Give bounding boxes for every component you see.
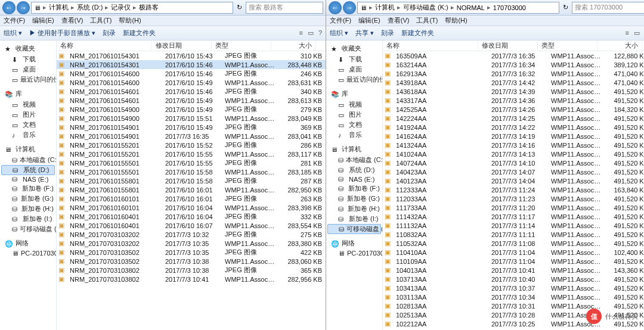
file-row[interactable]: ▣104013AA2017/7/3 10:41WMP11.AssocFil...… — [383, 266, 644, 275]
address-bar[interactable]: 🖥▸计算机▸可移动磁盘 (K:)▸NORMAL▸170703000 — [357, 2, 559, 14]
file-row[interactable]: ▣NRM_201706101604012017/6/10 16:04JPEG 图… — [57, 212, 326, 221]
tree-node[interactable]: ▭最近访问的位置 — [327, 74, 381, 85]
tree-node[interactable]: ⛁可移动磁盘 (K:) — [1, 224, 55, 234]
column-header[interactable]: 类型 — [212, 41, 271, 50]
tree-node[interactable]: ▭图片 — [327, 110, 381, 120]
column-header[interactable]: 修改日期 — [152, 41, 212, 50]
tree-node[interactable]: ♪音乐 — [327, 130, 381, 140]
file-row[interactable]: ▣103413AA2017/7/3 10:37WMP11.AssocFil...… — [383, 284, 644, 292]
toolbar-button[interactable]: 新建文件夹 — [401, 29, 434, 38]
file-row[interactable]: ▣140724AA2017/7/3 14:10WMP11.AssocFil...… — [383, 158, 644, 167]
file-row[interactable]: ▣NRM_201706101549012017/6/10 15:49JPEG 图… — [57, 123, 326, 132]
tree-node[interactable]: ⛁系统 (D:) — [1, 165, 55, 175]
tree-node[interactable]: 🖥计算机 — [1, 144, 55, 155]
file-row[interactable]: ▣NRM_201706101604012017/6/10 16:07WMP11.… — [57, 221, 326, 230]
tree-node[interactable]: ♪音乐 — [1, 130, 55, 140]
file-row[interactable]: ▣163214AA2017/7/3 16:34WMP11.AssocFil...… — [383, 60, 644, 69]
tree-node[interactable]: ⬇下载 — [1, 54, 55, 64]
file-row[interactable]: ▣111432AA2017/7/3 11:17WMP11.AssocFil...… — [383, 212, 644, 221]
file-row[interactable]: ▣NRM_201707031032022017/7/3 10:35WMP11.A… — [57, 239, 326, 248]
tree-node[interactable]: 🖥计算机 — [327, 144, 381, 155]
tree-node[interactable]: 🌐网络 — [1, 238, 55, 249]
search-input[interactable]: 搜索 170703000 — [572, 2, 644, 14]
breadcrumb-segment[interactable]: 记录仪 — [111, 3, 131, 12]
toolbar-button[interactable]: 组织 ▾ — [330, 29, 348, 38]
file-row[interactable]: ▣143918AA2017/7/3 14:42WMP11.AssocFil...… — [383, 78, 644, 87]
file-row[interactable]: ▣NRM_201706101601012017/6/10 16:01JPEG 图… — [57, 194, 326, 203]
file-row[interactable]: ▣143317AA2017/7/3 14:36WMP11.AssocFil...… — [383, 96, 644, 105]
column-headers[interactable]: 名称修改日期类型大小 — [383, 41, 644, 51]
file-row[interactable]: ▣NRM_201706101549002017/6/10 15:49JPEG 图… — [57, 105, 326, 114]
tree-node[interactable]: ▭最近访问的位置 — [1, 74, 55, 85]
menu-item[interactable]: 查看(V) — [388, 16, 410, 25]
toolbar-button[interactable]: 新建文件夹 — [123, 29, 156, 38]
menu-item[interactable]: 帮助(H) — [119, 16, 141, 25]
toolbar-button[interactable]: 刻录 — [381, 29, 394, 38]
file-row[interactable]: ▣NRM_201706101601012017/6/10 16:04WMP11.… — [57, 203, 326, 212]
file-row[interactable]: ▣NRM_201706101552012017/6/10 15:52JPEG 图… — [57, 141, 326, 150]
file-row[interactable]: ▣162913AA2017/7/3 16:32WMP11.AssocFil...… — [383, 69, 644, 78]
address-bar[interactable]: 🖥▸计算机▸系统 (D:)▸记录仪▸极路客 — [31, 2, 233, 14]
file-row[interactable]: ▣143618AA2017/7/3 14:39WMP11.AssocFil...… — [383, 87, 644, 96]
tree-node[interactable]: ⛁新加卷 (G:) — [1, 194, 55, 204]
file-row[interactable]: ▣140123AA2017/7/3 14:04WMP11.AssocFil...… — [383, 176, 644, 185]
column-headers[interactable]: 名称修改日期类型大小 — [57, 41, 326, 51]
nav-tree[interactable]: ★收藏夹⬇下载▭桌面▭最近访问的位置📚库▭视频▭图片▭文档♪音乐🖥计算机⛁本地磁… — [0, 41, 57, 330]
tree-node[interactable]: ⛁新加卷 (F:) — [1, 183, 55, 194]
file-row[interactable]: ▣141324AA2017/7/3 14:16WMP11.AssocFil...… — [383, 141, 644, 150]
menu-item[interactable]: 文件(F) — [330, 16, 351, 25]
file-row[interactable]: ▣NRM_201706101546002017/6/10 15:49WMP11.… — [57, 78, 326, 87]
file-row[interactable]: ▣NRM_201707031035022017/7/3 10:38WMP11.A… — [57, 257, 326, 266]
column-header[interactable]: 名称 — [57, 41, 152, 50]
toolbar-button[interactable]: 刻录 — [103, 29, 116, 38]
column-header[interactable]: 大小 — [271, 41, 316, 50]
breadcrumb-segment[interactable]: 170703000 — [493, 4, 526, 11]
tree-node[interactable]: ▭文档 — [1, 120, 55, 130]
menu-item[interactable]: 编辑(E) — [32, 16, 54, 25]
file-row[interactable]: ▣NRM_201706101546012017/6/10 15:46JPEG 图… — [57, 87, 326, 96]
tree-node[interactable]: 🖥PC-20170305CTLP — [327, 249, 381, 257]
tree-node[interactable]: ▭图片 — [1, 110, 55, 120]
file-row[interactable]: ▣110410AA2017/7/3 11:04WMP11.AssocFil...… — [383, 248, 644, 257]
file-row[interactable]: ▣NRM_201706101558012017/6/10 16:01WMP11.… — [57, 185, 326, 194]
back-button[interactable]: ← — [329, 1, 342, 14]
tree-node[interactable]: ▭桌面 — [327, 64, 381, 74]
toolbar-button[interactable]: 组织 ▾ — [4, 29, 22, 38]
tree-node[interactable]: 🖥PC-20170305CTLP — [1, 249, 55, 257]
column-header[interactable]: 大小 — [597, 41, 642, 50]
preview-button[interactable]: ▭ — [308, 29, 314, 37]
file-row[interactable]: ▣112333AA2017/7/3 11:24WMP11.AssocFil...… — [383, 185, 644, 194]
tree-node[interactable]: ▭桌面 — [1, 64, 55, 74]
file-row[interactable]: ▣103113AA2017/7/3 10:34WMP11.AssocFil...… — [383, 292, 644, 301]
file-row[interactable]: ▣110109AA2017/7/3 11:04WMP11.AssocFil...… — [383, 257, 644, 266]
file-row[interactable]: ▣112033AA2017/7/3 11:23WMP11.AssocFil...… — [383, 194, 644, 203]
breadcrumb-segment[interactable]: 极路客 — [139, 3, 159, 12]
toolbar-button[interactable]: 共享 ▾ — [355, 29, 374, 38]
nav-tree[interactable]: ★收藏夹⬇下载▭桌面▭最近访问的位置📚库▭视频▭图片▭文档♪音乐🖥计算机⛁本地磁… — [326, 41, 383, 330]
tree-node[interactable]: ⛁可移动磁盘 (K:) — [327, 224, 381, 234]
menu-item[interactable]: 查看(V) — [61, 16, 83, 25]
file-row[interactable]: ▣NRM_201706101558012017/6/10 15:58JPEG 图… — [57, 176, 326, 185]
forward-button[interactable]: → — [17, 1, 30, 14]
file-row[interactable]: ▣111733AA2017/7/3 11:20WMP11.AssocFil...… — [383, 203, 644, 212]
file-row[interactable]: ▣142525AA2017/7/3 14:26WMP11.AssocFil...… — [383, 105, 644, 114]
refresh-button[interactable]: ↻ — [234, 4, 244, 11]
tree-node[interactable]: ▭视频 — [1, 99, 55, 110]
tree-node[interactable]: ★收藏夹 — [1, 43, 55, 54]
tree-node[interactable]: ⬇下载 — [327, 54, 381, 64]
tree-node[interactable]: 📚库 — [1, 88, 55, 99]
file-row[interactable]: ▣NRM_201706101546012017/6/10 15:49WMP11.… — [57, 96, 326, 105]
file-row[interactable]: ▣NRM_201706101555012017/6/10 15:58WMP11.… — [57, 167, 326, 176]
file-row[interactable]: ▣NRM_201706101543012017/6/10 15:46WMP11.… — [57, 60, 326, 69]
search-input[interactable]: 搜索 极路客 — [246, 2, 323, 14]
tree-node[interactable]: ⛁新加卷 (H:) — [327, 204, 381, 214]
file-row[interactable]: ▣NRM_201707031038022017/7/3 10:41WMP11.A… — [57, 275, 326, 284]
menu-item[interactable]: 文件(F) — [4, 16, 25, 25]
file-row[interactable]: ▣141024AA2017/7/3 14:13WMP11.AssocFil...… — [383, 150, 644, 158]
file-row[interactable]: ▣103713AA2017/7/3 10:40WMP11.AssocFil...… — [383, 275, 644, 284]
breadcrumb-segment[interactable]: 计算机 — [375, 3, 395, 12]
column-header[interactable]: 名称 — [383, 41, 478, 50]
column-header[interactable]: 修改日期 — [478, 41, 538, 50]
file-row[interactable]: ▣140423AA2017/7/3 14:07WMP11.AssocFil...… — [383, 167, 644, 176]
tree-node[interactable]: 📚库 — [327, 88, 381, 99]
